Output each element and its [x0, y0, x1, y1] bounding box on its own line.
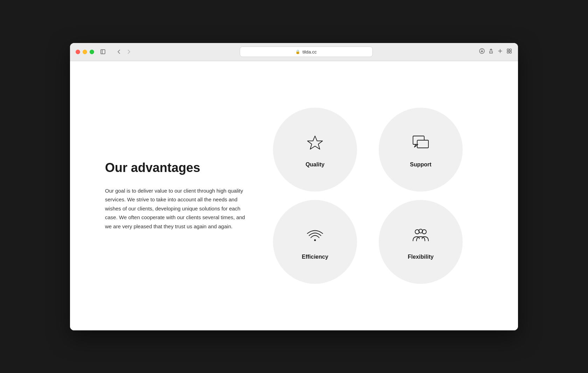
- quality-label: Quality: [306, 162, 324, 168]
- advantage-card-efficiency: Efficiency: [273, 200, 357, 284]
- address-bar[interactable]: 🔒 tilda.cc: [240, 46, 373, 57]
- quality-icon: [303, 131, 327, 156]
- svg-rect-8: [507, 51, 509, 53]
- efficiency-label: Efficiency: [302, 254, 328, 260]
- maximize-button[interactable]: [90, 50, 94, 54]
- lock-icon: 🔒: [295, 50, 300, 54]
- efficiency-icon: [303, 224, 327, 248]
- advantage-card-quality: Quality: [273, 108, 357, 192]
- advantage-card-support: Support: [379, 108, 463, 192]
- url-text: tilda.cc: [302, 49, 316, 55]
- page-content: Our advantages Our goal is to deliver va…: [70, 61, 518, 330]
- browser-chrome: 🔒 tilda.cc: [70, 43, 518, 61]
- minimize-button[interactable]: [83, 50, 87, 54]
- svg-rect-0: [101, 50, 105, 54]
- svg-marker-10: [308, 136, 323, 149]
- close-button[interactable]: [76, 50, 80, 54]
- page-title: Our advantages: [105, 160, 252, 175]
- forward-button[interactable]: [124, 47, 133, 56]
- advantage-card-flexibility: Flexibility: [379, 200, 463, 284]
- nav-buttons: [114, 47, 133, 56]
- page-description: Our goal is to deliver value to our clie…: [105, 186, 252, 231]
- svg-rect-12: [417, 140, 428, 148]
- flexibility-icon: [408, 224, 433, 248]
- back-button[interactable]: [114, 47, 124, 56]
- browser-actions: [479, 48, 512, 56]
- svg-point-13: [314, 239, 316, 241]
- left-section: Our advantages Our goal is to deliver va…: [105, 160, 273, 231]
- svg-rect-7: [510, 49, 511, 51]
- share-button[interactable]: [488, 48, 494, 56]
- download-button[interactable]: [479, 48, 485, 56]
- svg-rect-9: [510, 51, 511, 53]
- flexibility-label: Flexibility: [408, 254, 434, 260]
- sidebar-toggle-button[interactable]: [98, 47, 107, 56]
- support-label: Support: [410, 162, 431, 168]
- support-icon: [408, 131, 433, 156]
- new-tab-button[interactable]: [497, 48, 503, 56]
- advantages-grid: Quality Support: [273, 108, 476, 284]
- tabs-button[interactable]: [506, 48, 512, 56]
- browser-window: 🔒 tilda.cc: [70, 43, 518, 330]
- svg-rect-6: [507, 49, 509, 51]
- traffic-lights: [76, 50, 94, 54]
- address-bar-container: 🔒 tilda.cc: [138, 46, 475, 57]
